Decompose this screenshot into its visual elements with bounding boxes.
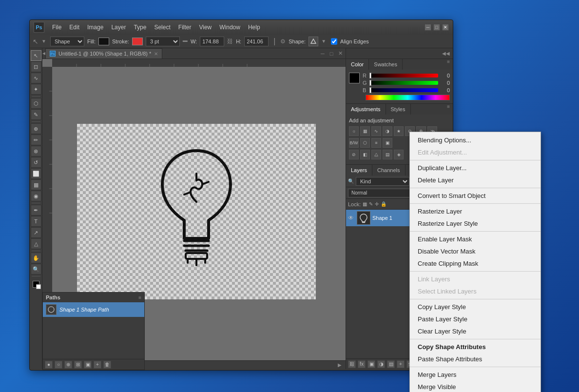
eraser-tool[interactable]: ⬜ <box>31 168 41 179</box>
red-slider-track[interactable] <box>369 74 438 78</box>
paths-from-selection-btn[interactable]: ⊞ <box>74 361 82 369</box>
blur-tool[interactable]: ◉ <box>31 191 41 201</box>
doc-ctrl-minimize[interactable]: ─ <box>319 50 326 57</box>
menu-image[interactable]: Image <box>83 23 107 32</box>
healing-tool[interactable]: ⊕ <box>31 123 41 134</box>
tab-color[interactable]: Color <box>346 59 369 70</box>
fill-color-swatch[interactable] <box>98 38 109 45</box>
fg-bg-colors[interactable] <box>349 73 360 83</box>
shape-mode-dropdown[interactable]: Shape <box>50 37 84 46</box>
width-input[interactable] <box>200 37 224 46</box>
color-swatches[interactable] <box>31 279 41 290</box>
wand-tool[interactable]: ✦ <box>31 84 41 95</box>
brush-tool[interactable]: ✏ <box>31 135 41 145</box>
menu-edit[interactable]: Edit <box>65 23 83 32</box>
context-menu-item[interactable]: Duplicate Layer... <box>410 162 540 174</box>
adj-gradientmap-btn[interactable]: ▤ <box>383 150 392 159</box>
green-slider-track[interactable] <box>369 81 438 85</box>
path-item[interactable]: Shape 1 Shape Path <box>43 302 144 317</box>
doc-ctrl-maximize[interactable]: □ <box>328 50 335 57</box>
adj-bw-btn[interactable]: B/W <box>349 138 359 148</box>
foreground-color[interactable] <box>349 73 360 83</box>
layers-kind-filter[interactable]: Kind <box>356 177 409 186</box>
menu-filter[interactable]: Filter <box>174 23 195 32</box>
paths-delete-btn[interactable]: 🗑 <box>103 361 111 369</box>
adj-vibrance-btn[interactable]: ★ <box>394 126 404 136</box>
color-spectrum-bar[interactable] <box>366 95 450 100</box>
shape-dropdown-arrow[interactable]: ▼ <box>321 39 326 44</box>
type-tool[interactable]: T <box>31 216 41 227</box>
adj-photo-btn[interactable]: ⬡ <box>360 138 370 148</box>
menu-select[interactable]: Select <box>150 23 174 32</box>
adj-colorlookup-btn[interactable]: ▣ <box>383 138 392 148</box>
move-tool[interactable]: ↖ <box>31 50 41 61</box>
adj-channelmix-btn[interactable]: ≡ <box>371 138 381 148</box>
context-menu-item[interactable]: Merge Layers <box>410 369 540 381</box>
height-input[interactable] <box>244 37 269 46</box>
menu-window[interactable]: Window <box>215 23 244 32</box>
red-slider-thumb[interactable] <box>369 73 371 78</box>
stroke-width-dropdown[interactable]: 3 pt <box>146 37 180 46</box>
context-menu-item[interactable]: Disable Vector Mask <box>410 245 540 257</box>
paths-fill-btn[interactable]: ● <box>45 361 53 369</box>
history-tool[interactable]: ↺ <box>31 157 41 168</box>
adj-exposure-btn[interactable]: ◑ <box>383 126 392 136</box>
adj-brightness-btn[interactable]: ☼ <box>349 126 359 136</box>
right-panel-collapse-icon[interactable]: ◀◀ <box>442 51 450 56</box>
adj-panel-menu[interactable]: ≡ <box>447 104 453 115</box>
context-menu-item[interactable]: Copy Layer Style <box>410 301 540 313</box>
lock-position-icon[interactable]: ✛ <box>375 201 379 207</box>
context-menu-item[interactable]: Enable Layer Mask <box>410 233 540 245</box>
context-menu-item[interactable]: Merge Visible <box>410 381 540 392</box>
blend-mode-select[interactable]: Normal <box>348 189 419 197</box>
zoom-tool[interactable]: 🔍 <box>31 264 41 274</box>
tab-adjustments[interactable]: Adjustments <box>346 104 386 115</box>
context-menu-item[interactable]: Clear Layer Style <box>410 325 540 337</box>
lock-pixels-icon[interactable]: ✎ <box>369 201 373 207</box>
layers-link-btn[interactable]: ⛓ <box>348 360 356 368</box>
adj-threshold-btn[interactable]: ⧋ <box>371 150 381 159</box>
path-select-tool[interactable]: ↗ <box>31 227 41 238</box>
adj-curves-btn[interactable]: ∿ <box>371 126 381 136</box>
paths-panel-menu-icon[interactable]: ≡ <box>138 295 141 300</box>
shape-tool[interactable]: △ <box>31 238 41 249</box>
settings-icon[interactable]: ⚙ <box>280 38 286 45</box>
shape-picker[interactable] <box>309 37 318 46</box>
menu-view[interactable]: View <box>195 23 215 32</box>
eyedropper-tool[interactable]: ✎ <box>31 109 41 120</box>
adj-invert-btn[interactable]: ⊘ <box>349 150 359 159</box>
lasso-tool[interactable]: ∿ <box>31 73 41 83</box>
tool-arrow-icon[interactable]: ↖ <box>33 38 39 45</box>
blue-slider-thumb[interactable] <box>369 87 371 93</box>
layers-adjustment-btn[interactable]: ◑ <box>377 360 385 368</box>
menu-help[interactable]: Help <box>244 23 264 32</box>
clone-tool[interactable]: ⊗ <box>31 146 41 157</box>
marquee-tool[interactable]: ⊡ <box>31 61 41 72</box>
doc-ctrl-close[interactable]: ✕ <box>337 50 344 57</box>
align-edges-checkbox[interactable] <box>331 37 337 46</box>
gradient-tool[interactable]: ▦ <box>31 179 41 190</box>
tab-layers[interactable]: Layers <box>346 165 372 176</box>
context-menu-item[interactable]: Copy Shape Attributes <box>410 341 540 353</box>
tab-styles[interactable]: Styles <box>386 104 411 115</box>
context-menu-item[interactable]: Blending Options... <box>410 134 540 146</box>
color-panel-menu[interactable]: ≡ <box>447 59 453 70</box>
menu-layer[interactable]: Layer <box>107 23 130 32</box>
adj-selectivecolor-btn[interactable]: ◈ <box>394 150 404 159</box>
adj-posterize-btn[interactable]: ◧ <box>360 150 370 159</box>
tab-channels[interactable]: Channels <box>372 165 405 176</box>
tab-swatches[interactable]: Swatches <box>369 59 403 70</box>
blue-slider-track[interactable] <box>369 88 438 92</box>
lock-transparent-icon[interactable]: ▦ <box>363 201 367 207</box>
document-tab[interactable]: Ps Untitled-1 @ 100% (Shape 1, RGB/8) * … <box>45 48 162 59</box>
context-menu-item[interactable]: Rasterize Layer <box>410 205 540 217</box>
paths-stroke-btn[interactable]: ○ <box>55 361 62 369</box>
crop-tool[interactable]: ⬡ <box>31 98 41 109</box>
canvas[interactable] <box>77 124 316 299</box>
stroke-type-icon[interactable]: ━ <box>183 37 188 46</box>
pen-tool[interactable]: ✒ <box>31 205 41 216</box>
adj-levels-btn[interactable]: ▦ <box>360 126 370 136</box>
close-button[interactable]: ✕ <box>442 24 449 31</box>
menu-type[interactable]: Type <box>130 23 150 32</box>
doc-tab-close[interactable]: ✕ <box>154 51 158 57</box>
